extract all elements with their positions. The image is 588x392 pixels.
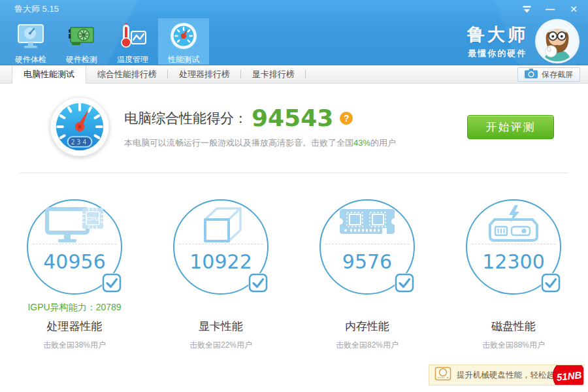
gauge-value: 234 <box>71 139 89 146</box>
tool-hardware-checkup[interactable]: 硬件体检 <box>5 18 56 65</box>
disk-icon <box>467 205 560 244</box>
score-value: 94543 <box>252 105 333 131</box>
tool-label: 硬件检测 <box>66 54 97 65</box>
gpu-score-value: 10922 <box>174 250 267 273</box>
metric-name: 处理器性能 <box>47 319 103 334</box>
brand: 鲁大师 最懂你的硬件 <box>467 21 578 61</box>
cpu-chip-label: CPU <box>86 216 99 222</box>
metric-beat: 击败全国22%用户 <box>189 340 252 351</box>
minimize-button[interactable]: — <box>545 4 555 14</box>
mascot-logo-icon <box>537 21 578 61</box>
disk-score-circle: 12300 <box>466 199 561 295</box>
metric-name: 磁盘性能 <box>491 319 536 334</box>
tool-temperature[interactable]: 温度管理 <box>107 18 158 65</box>
check-icon <box>248 273 268 293</box>
window-title: 鲁大师 5.15 <box>14 3 59 15</box>
score-description: 本电脑可以流畅运行一般游戏以及播放高清影音。击败了全国43%的用户 <box>124 137 396 149</box>
toolbar: 硬件体检 <box>0 18 588 65</box>
brand-text: 鲁大师 最懂你的硬件 <box>467 23 528 59</box>
save-screenshot-label: 保存截屏 <box>542 69 573 80</box>
close-button[interactable]: ✕ <box>568 4 579 14</box>
metric-beat: 击败全国38%用户 <box>43 340 106 351</box>
score-title: 电脑综合性能得分： <box>124 109 248 127</box>
dash-line <box>179 244 263 244</box>
tab-gpu-ranking[interactable]: 显卡排行榜 <box>241 65 306 83</box>
skin-menu-icon[interactable] <box>521 4 532 14</box>
speedometer-icon <box>169 22 198 53</box>
metric-beat: 击败全国82%用户 <box>336 340 399 351</box>
gpu-card-icon <box>67 22 96 53</box>
thermometer-chart-icon <box>118 22 147 53</box>
monitor-checkup-icon <box>16 22 45 53</box>
memory-score-value: 9576 <box>321 250 414 273</box>
metric-name: 内存性能 <box>345 319 389 334</box>
memory-score-circle: 9576 <box>319 199 415 295</box>
metric-beat: 击败全国88%用户 <box>482 340 545 351</box>
tool-label: 性能测试 <box>168 54 199 65</box>
score-desc-percent: 43% <box>353 138 370 148</box>
start-benchmark-button[interactable]: 开始评测 <box>467 115 554 139</box>
igpu-score-text: IGPU异构能力：20789 <box>27 302 121 315</box>
cpu-score-value: 40956 <box>28 250 121 273</box>
dash-line <box>472 244 555 244</box>
tool-performance-test[interactable]: 性能测试 <box>158 18 209 65</box>
tab-cpu-ranking[interactable]: 处理器排行榜 <box>168 65 241 83</box>
promo-text: 提升机械硬盘性能，轻松超 <box>457 370 555 381</box>
gpu-cube-icon <box>174 205 267 246</box>
tool-hardware-detect[interactable]: 硬件检测 <box>56 18 107 65</box>
camera-icon <box>525 69 538 80</box>
tabbar: 电脑性能测试 综合性能排行榜 处理器排行榜 显卡排行榜 保存截屏 <box>0 65 588 84</box>
metrics-row: CPU 40956 IGPU异构能力：20789 处理器性能 击败全国38%用户 <box>0 199 588 351</box>
tab-pc-performance-test[interactable]: 电脑性能测试 <box>12 65 86 84</box>
metric-cpu: CPU 40956 IGPU异构能力：20789 处理器性能 击败全国38%用户 <box>1 199 148 351</box>
dash-line <box>33 244 116 244</box>
tool-label: 温度管理 <box>117 54 148 65</box>
cpu-score-circle: CPU 40956 <box>27 199 122 295</box>
score-desc-suffix: 的用户 <box>370 138 396 148</box>
check-icon <box>395 273 414 293</box>
metric-gpu: 10922 显卡性能 击败全国22%用户 <box>148 199 294 351</box>
brand-name: 鲁大师 <box>467 23 528 46</box>
window-controls: — ✕ <box>521 4 579 14</box>
check-icon <box>541 273 561 293</box>
app-window: 鲁大师 5.15 — ✕ <box>0 0 588 392</box>
hdd-icon <box>434 367 451 384</box>
metric-disk: 12300 磁盘性能 击败全国88%用户 <box>440 199 587 351</box>
brand-tagline: 最懂你的硬件 <box>467 48 528 59</box>
section-divider <box>20 172 568 173</box>
score-section: 234 电脑综合性能得分： 94543 ? 本电脑可以流畅运行一般游戏以及播放高… <box>0 84 588 167</box>
tool-label: 硬件体检 <box>15 54 46 65</box>
metric-name: 显卡性能 <box>199 319 243 334</box>
promo-notification-bar[interactable]: 提升机械硬盘性能，轻松超 51NB <box>429 365 584 385</box>
score-block: 电脑综合性能得分： 94543 ? 本电脑可以流畅运行一般游戏以及播放高清影音。… <box>124 105 396 149</box>
disk-score-value: 12300 <box>467 250 560 273</box>
score-desc-prefix: 本电脑可以流畅运行一般游戏以及播放高清影音。击败了全国 <box>124 138 353 148</box>
score-gauge-icon: 234 <box>50 97 110 157</box>
memory-icon <box>321 205 414 243</box>
save-screenshot-button[interactable]: 保存截屏 <box>517 67 580 82</box>
titlebar: 鲁大师 5.15 — ✕ <box>0 0 588 18</box>
header: 鲁大师 5.15 — ✕ <box>0 0 588 65</box>
gpu-score-circle: 10922 <box>173 199 269 295</box>
tab-overall-ranking[interactable]: 综合性能排行榜 <box>86 65 168 83</box>
cpu-icon: CPU <box>28 205 121 246</box>
dash-line <box>325 244 409 244</box>
help-icon[interactable]: ? <box>340 112 353 125</box>
check-icon <box>102 273 122 293</box>
metric-memory: 9576 内存性能 击败全国82%用户 <box>294 199 440 351</box>
51nb-logo-badge[interactable]: 51NB <box>551 365 584 385</box>
